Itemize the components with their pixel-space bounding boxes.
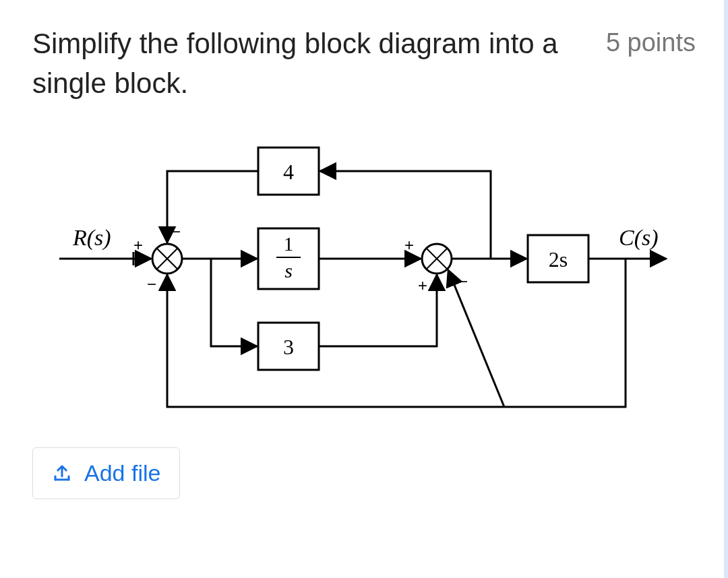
sum1-sign-left: + xyxy=(133,236,143,254)
svg-text:3: 3 xyxy=(283,335,294,359)
summing-junction-2 xyxy=(422,244,452,274)
add-file-button[interactable]: Add file xyxy=(32,447,180,499)
question-header: Simplify the following block diagram int… xyxy=(32,24,696,104)
block-two-s: 2s xyxy=(528,235,588,282)
sum1-sign-bottom: − xyxy=(147,275,156,293)
svg-text:2s: 2s xyxy=(549,247,568,271)
summing-junction-1 xyxy=(152,244,182,274)
sum2-sign-left: + xyxy=(404,236,414,254)
block-one-over-s: 1 s xyxy=(258,228,319,289)
block-four: 4 xyxy=(258,148,319,195)
add-file-label: Add file xyxy=(84,460,160,486)
svg-line-22 xyxy=(448,270,504,407)
upload-icon xyxy=(52,463,72,483)
block-diagram: R(s) + − − 1 s + xyxy=(32,124,679,434)
svg-text:4: 4 xyxy=(283,160,294,184)
block-three: 3 xyxy=(258,323,319,370)
svg-text:s: s xyxy=(284,259,293,282)
sum2-sign-diag: − xyxy=(458,272,468,290)
input-label: R(s) xyxy=(72,225,111,251)
question-title: Simplify the following block diagram int… xyxy=(32,24,558,104)
sum2-sign-bottom: + xyxy=(418,276,427,294)
svg-text:1: 1 xyxy=(284,232,294,255)
sum1-sign-top: − xyxy=(171,222,181,240)
output-label: C(s) xyxy=(619,225,659,251)
question-points: 5 points xyxy=(606,28,696,57)
